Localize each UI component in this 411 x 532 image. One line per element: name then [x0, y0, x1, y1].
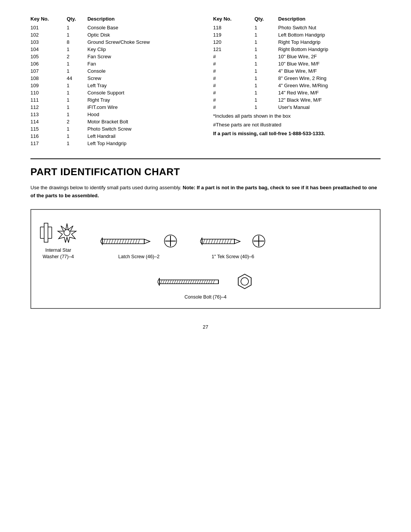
svg-line-19 [130, 239, 132, 244]
table-row: 114 2 Motor Bracket Bolt [30, 118, 198, 125]
svg-point-7 [64, 230, 70, 236]
description: Left Tray [88, 82, 198, 89]
table-row: 103 8 Ground Screw/Choke Screw [30, 38, 198, 46]
key-no: 104 [30, 46, 67, 53]
table-row: 111 1 Right Tray [30, 96, 198, 104]
table-row: 113 1 Hood [30, 111, 198, 118]
svg-line-36 [222, 239, 223, 244]
col-header-keyno-left: Key No. [30, 15, 67, 24]
diagram-item-latch-screw: Latch Screw (46)–2 [100, 232, 177, 260]
description: Console [88, 67, 198, 75]
svg-line-59 [190, 280, 192, 284]
qty: 44 [67, 75, 88, 82]
svg-line-49 [167, 280, 169, 284]
svg-line-60 [193, 280, 194, 284]
latch-screw-icon [100, 232, 161, 251]
console-bolt-group [158, 272, 253, 291]
svg-line-32 [211, 239, 213, 244]
parts-diagram-box: Internal StarWasher (77)–4 [30, 209, 381, 309]
svg-rect-0 [44, 223, 48, 242]
parts-col-left: Key No. Qty. Description 101 1 Console B… [30, 15, 198, 147]
svg-line-37 [225, 239, 226, 244]
qty: 1 [67, 125, 88, 133]
key-no: 116 [30, 133, 67, 140]
qty: 8 [67, 38, 88, 46]
description: 4" Green Wire, M/Ring [278, 82, 381, 89]
description: Photo Switch Nut [278, 24, 381, 31]
svg-line-52 [174, 280, 176, 284]
qty: 1 [67, 31, 88, 38]
key-no: # [213, 104, 255, 111]
table-row: 115 1 Photo Switch Screw [30, 125, 198, 133]
phillips-head-icon [164, 234, 177, 248]
svg-line-11 [109, 239, 110, 244]
latch-screw-group [100, 232, 177, 251]
key-no: 119 [213, 31, 255, 38]
description: Fan [88, 60, 198, 67]
hex-nut-icon [236, 273, 253, 290]
description: Right Bottom Handgrip [278, 46, 381, 53]
key-no: # [213, 82, 255, 89]
key-no: # [213, 53, 255, 60]
table-row: 112 1 iFIT.com Wire [30, 104, 198, 111]
table-row: # 1 10" Blue Wire, 2F [213, 53, 381, 60]
table-row: 117 1 Left Top Handgrip [30, 140, 198, 147]
description: Motor Bracket Bolt [88, 118, 198, 125]
qty: 1 [255, 60, 278, 67]
table-row: 118 1 Photo Switch Nut [213, 24, 381, 31]
qty: 1 [67, 96, 88, 104]
qty: 1 [67, 24, 88, 31]
svg-line-63 [199, 280, 201, 284]
svg-line-14 [117, 239, 118, 244]
table-row: # 1 User's Manual [213, 104, 381, 111]
qty: 1 [67, 104, 88, 111]
svg-marker-40 [234, 239, 240, 244]
qty: 2 [67, 118, 88, 125]
col-header-keyno-right: Key No. [213, 15, 255, 24]
svg-marker-72 [238, 274, 251, 289]
parts-col-right: Key No. Qty. Description 118 1 Photo Swi… [213, 15, 381, 147]
parts-table-right: Key No. Qty. Description 118 1 Photo Swi… [213, 15, 381, 111]
svg-line-48 [165, 280, 167, 284]
description: 8" Green Wire, 2 Ring [278, 75, 381, 82]
table-row: # 1 10" Blue Wire, M/F [213, 60, 381, 67]
washer-label: Internal StarWasher (77)–4 [43, 247, 74, 260]
svg-line-39 [230, 239, 231, 244]
qty: 1 [67, 67, 88, 75]
svg-line-53 [177, 280, 178, 284]
svg-line-65 [204, 280, 206, 284]
svg-line-17 [125, 239, 126, 244]
qty: 1 [67, 111, 88, 118]
svg-line-38 [227, 239, 229, 244]
svg-line-69 [213, 280, 215, 284]
intro-paragraph: Use the drawings below to identify small… [30, 184, 381, 200]
svg-line-47 [163, 280, 164, 284]
intro-text-normal: Use the drawings below to identify small… [30, 185, 181, 190]
table-row: 102 1 Optic Disk [30, 31, 198, 38]
svg-line-9 [104, 239, 105, 244]
table-row: 110 1 Console Support [30, 89, 198, 96]
svg-line-51 [172, 280, 174, 284]
description: Left Handrail [88, 133, 198, 140]
section-divider [30, 158, 381, 159]
key-no: # [213, 75, 255, 82]
key-no: # [213, 67, 255, 75]
col-header-desc-left: Description [88, 15, 198, 24]
svg-line-22 [138, 239, 140, 244]
section-title: PART IDENTIFICATION CHART [30, 166, 381, 178]
svg-line-15 [119, 239, 121, 244]
table-row: 101 1 Console Base [30, 24, 198, 31]
col-header-qty-right: Qty. [255, 15, 278, 24]
qty: 1 [67, 60, 88, 67]
description: Left Top Handgrip [88, 140, 198, 147]
table-row: 109 1 Left Tray [30, 82, 198, 89]
table-row: 105 2 Fan Screw [30, 53, 198, 60]
key-no: # [213, 60, 255, 67]
svg-line-21 [135, 239, 137, 244]
svg-line-46 [161, 280, 162, 284]
description: 14" Red Wire, M/F [278, 89, 381, 96]
qty: 1 [255, 31, 278, 38]
tek-screw-label: 1" Tek Screw (40)–6 [212, 254, 254, 260]
description: User's Manual [278, 104, 381, 111]
key-no: 112 [30, 104, 67, 111]
